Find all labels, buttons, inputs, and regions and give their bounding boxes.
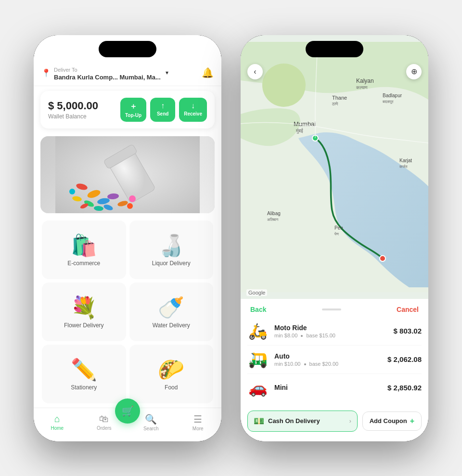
ride-option-mini[interactable]: 🚗 Mini $ 2,850.92 xyxy=(247,374,422,402)
service-flower[interactable]: 💐 Flower Delivery xyxy=(42,283,126,341)
deliver-address: Bandra Kurla Comp... Mumbai, Ma... xyxy=(54,74,161,81)
send-label: Send xyxy=(157,111,168,116)
search-icon: 🔍 xyxy=(145,413,157,425)
service-stationery[interactable]: ✏️ Stationery xyxy=(42,345,126,403)
add-coupon-button[interactable]: Add Coupon + xyxy=(362,412,422,431)
ride-option-moto[interactable]: 🛵 Moto Ride min $8.00 base $15.00 $ 803.… xyxy=(247,317,422,346)
wallet-label: Wallet Balance xyxy=(48,113,98,120)
auto-icon: 🛺 xyxy=(247,350,269,369)
home-label: Home xyxy=(51,425,64,431)
ecommerce-icon: 🛍️ xyxy=(71,235,97,256)
service-water[interactable]: 🍼 Water Delivery xyxy=(129,283,214,341)
promo-banner xyxy=(40,136,215,213)
svg-text:Badlapur: Badlapur xyxy=(383,93,402,98)
map-svg: Kalyan कल्याण Thane ठाणे Mumbai मुंबई Ba… xyxy=(241,35,428,299)
svg-text:पेण: पेण xyxy=(334,232,339,236)
deliver-text: Deliver To Bandra Kurla Comp... Mumbai, … xyxy=(54,65,161,81)
water-label: Water Delivery xyxy=(153,322,190,329)
dynamic-island-right xyxy=(306,41,363,57)
topup-icon: ＋ xyxy=(129,102,137,112)
wallet-actions: ＋ Top-Up ↑ Send ↓ Receive xyxy=(120,98,207,122)
ecommerce-label: E-commerce xyxy=(67,260,100,267)
sheet-back-button[interactable]: Back xyxy=(250,306,266,313)
more-label: More xyxy=(192,426,204,431)
mini-price: $ 2,850.92 xyxy=(387,384,422,392)
service-grid: 🛍️ E-commerce 🍶 Liquor Delivery 💐 Flower… xyxy=(40,219,215,405)
svg-point-15 xyxy=(127,203,133,209)
topup-label: Top-Up xyxy=(125,113,141,118)
flower-icon: 💐 xyxy=(71,297,97,318)
service-ecommerce[interactable]: 🛍️ E-commerce xyxy=(42,220,126,279)
wallet-card: $ 5,000.00 Wallet Balance ＋ Top-Up ↑ Sen… xyxy=(40,91,215,129)
moto-name: Moto Ride xyxy=(274,324,388,332)
auto-price: $ 2,062.08 xyxy=(387,355,422,363)
moto-price: $ 803.02 xyxy=(394,327,422,335)
map-back-button[interactable]: ‹ xyxy=(247,64,263,79)
dynamic-island-left xyxy=(99,41,156,57)
coupon-plus-icon: + xyxy=(410,417,414,425)
topup-button[interactable]: ＋ Top-Up xyxy=(120,98,146,122)
svg-text:बदलापूर: बदलापूर xyxy=(382,100,394,104)
receive-button[interactable]: ↓ Receive xyxy=(179,98,207,122)
moto-icon: 🛵 xyxy=(247,322,269,340)
ride-bottom-sheet: Back Cancel 🛵 Moto Ride min $8.00 xyxy=(241,299,428,441)
send-button[interactable]: ↑ Send xyxy=(150,98,175,122)
back-chevron-icon: ‹ xyxy=(254,67,256,76)
auto-meta: min $10.00 base $20.00 xyxy=(274,361,382,367)
stationery-icon: ✏️ xyxy=(71,359,97,380)
mini-name: Mini xyxy=(274,384,382,391)
ride-option-auto[interactable]: 🛺 Auto min $10.00 base $20.00 $ 2,062.08 xyxy=(247,346,422,374)
liquor-icon: 🍶 xyxy=(158,235,184,256)
receive-icon: ↓ xyxy=(191,102,195,110)
orders-icon: 🛍 xyxy=(99,413,109,425)
map-container: Kalyan कल्याण Thane ठाणे Mumbai मुंबई Ba… xyxy=(241,35,428,299)
coupon-label: Add Coupon xyxy=(370,417,407,425)
svg-text:Thane: Thane xyxy=(332,95,347,101)
svg-text:Alibag: Alibag xyxy=(267,211,281,216)
ride-dot xyxy=(301,335,303,337)
svg-text:कर्जत: कर्जत xyxy=(399,164,408,169)
auto-info: Auto min $10.00 base $20.00 xyxy=(274,352,382,367)
crosshair-icon: ⊕ xyxy=(411,67,417,76)
orders-label: Orders xyxy=(97,425,112,431)
svg-text:ठाणे: ठाणे xyxy=(332,101,338,106)
right-screen: Kalyan कल्याण Thane ठाणे Mumbai मुंबई Ba… xyxy=(241,35,428,441)
cash-delivery-button[interactable]: 💵 Cash On Delivery › xyxy=(247,411,358,432)
send-icon: ↑ xyxy=(161,102,165,110)
cash-label: Cash On Delivery xyxy=(268,417,346,425)
service-food[interactable]: 🌮 Food xyxy=(129,345,214,403)
cash-icon: 💵 xyxy=(254,416,264,426)
svg-point-19 xyxy=(380,256,385,261)
left-screen: 📍 Deliver To Bandra Kurla Comp... Mumbai… xyxy=(34,35,221,441)
stationery-label: Stationery xyxy=(71,384,97,391)
ride-dot-2 xyxy=(304,363,306,365)
flower-label: Flower Delivery xyxy=(64,322,104,329)
receive-label: Receive xyxy=(184,111,202,116)
chevron-down-icon: ▾ xyxy=(166,69,168,76)
svg-text:अलिबाग: अलिबाग xyxy=(267,218,279,222)
sheet-action-bar: 💵 Cash On Delivery › Add Coupon + xyxy=(241,407,428,441)
cart-icon: 🛒 xyxy=(122,405,134,417)
deliver-info[interactable]: 📍 Deliver To Bandra Kurla Comp... Mumbai… xyxy=(41,65,168,81)
left-phone: 📍 Deliver To Bandra Kurla Comp... Mumbai… xyxy=(34,35,221,441)
svg-text:Karjat: Karjat xyxy=(399,158,412,163)
svg-point-14 xyxy=(69,189,75,194)
bell-icon[interactable]: 🔔 xyxy=(202,67,214,78)
mini-info: Mini xyxy=(274,384,382,392)
cash-chevron-icon: › xyxy=(349,418,351,425)
service-liquor[interactable]: 🍶 Liquor Delivery xyxy=(129,220,214,279)
moto-meta: min $8.00 base $15.00 xyxy=(274,333,388,338)
sheet-handle-row: Back Cancel xyxy=(241,299,428,317)
nav-home[interactable]: ⌂ Home xyxy=(34,413,81,431)
cart-fab[interactable]: 🛒 xyxy=(115,399,140,424)
moto-info: Moto Ride min $8.00 base $15.00 xyxy=(274,324,388,338)
nav-more[interactable]: ☰ More xyxy=(175,413,222,431)
liquor-label: Liquor Delivery xyxy=(152,260,191,267)
sheet-cancel-button[interactable]: Cancel xyxy=(397,306,419,313)
svg-point-17 xyxy=(262,64,306,107)
svg-text:Kalyan: Kalyan xyxy=(356,77,374,84)
search-label: Search xyxy=(143,426,159,431)
svg-text:मुंबई: मुंबई xyxy=(295,128,303,134)
map-location-button[interactable]: ⊕ xyxy=(406,64,422,79)
bottom-nav: ⌂ Home 🛍 Orders 🛒 🔍 Search ☰ More xyxy=(34,408,221,441)
